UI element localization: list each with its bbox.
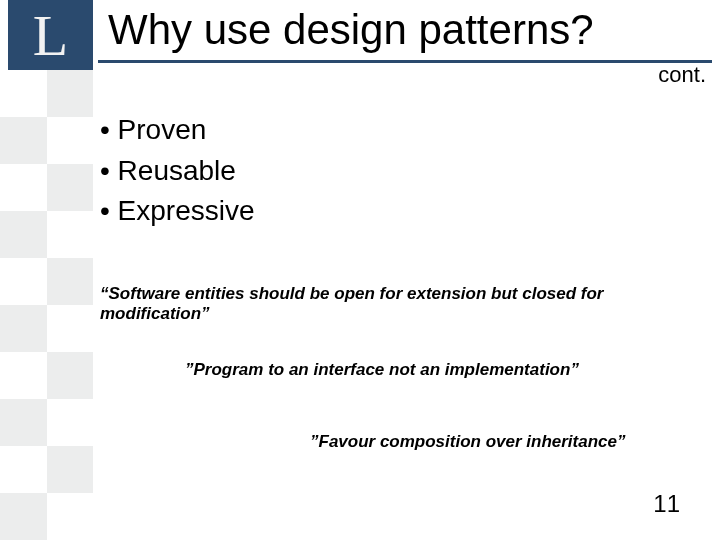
- quote-open-closed: “Software entities should be open for ex…: [100, 284, 710, 324]
- bullet-list: Proven Reusable Expressive: [100, 110, 700, 232]
- quote-favour-composition: ”Favour composition over inheritance”: [310, 432, 626, 452]
- list-item: Proven: [100, 110, 700, 151]
- slide-body: Proven Reusable Expressive: [100, 110, 700, 232]
- page-number: 11: [653, 490, 680, 518]
- slide-header: L Why use design patterns? cont.: [0, 0, 720, 76]
- logo: L: [8, 0, 93, 70]
- decorative-checker: [0, 70, 93, 540]
- header-rule: [98, 60, 712, 63]
- quote-program-interface: ”Program to an interface not an implemen…: [185, 360, 579, 380]
- logo-letter: L: [33, 2, 68, 69]
- list-item: Reusable: [100, 151, 700, 192]
- list-item: Expressive: [100, 191, 700, 232]
- slide-title: Why use design patterns?: [108, 6, 594, 54]
- continued-label: cont.: [658, 62, 706, 88]
